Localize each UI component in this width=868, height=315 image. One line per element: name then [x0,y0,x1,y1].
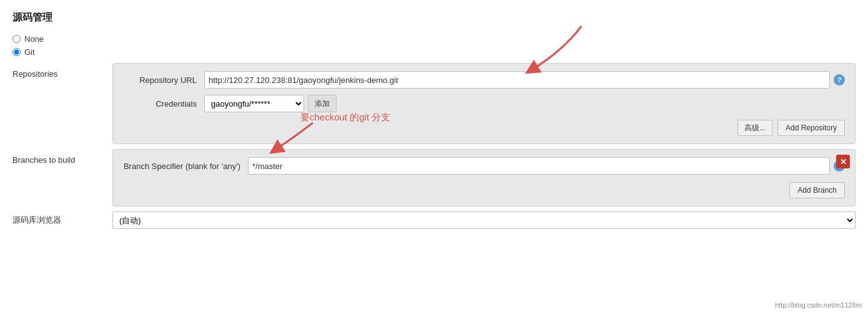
branches-label: Branches to build [12,149,112,165]
scm-radio-group: None Git [12,34,856,57]
credentials-row: Credentials gaoyongfu/****** 添加 [123,95,845,112]
repo-url-help-icon[interactable]: ? [834,74,845,85]
repo-url-input-wrap: ? [204,71,845,89]
radio-row-none[interactable]: None [12,34,856,44]
repo-url-input[interactable] [204,71,830,89]
branch-specifier-row: Branch Specifier (blank for 'any') ? [123,157,845,175]
radio-none[interactable] [12,35,21,43]
branch-specifier-input[interactable] [248,157,830,175]
remove-branch-button[interactable]: ✕ [836,155,850,168]
source-browser-section: 源码库浏览器 (自动) [12,211,856,229]
source-browser-select[interactable]: (自动) [112,211,856,229]
radio-git[interactable] [12,48,21,56]
credentials-input-wrap: gaoyongfu/****** 添加 [204,95,845,112]
source-browser-label: 源码库浏览器 [12,215,112,226]
branch-specifier-input-wrap: ? [248,157,845,175]
repo-url-row: Repository URL ? [123,71,845,89]
branch-buttons-row: Add Branch [123,182,845,198]
credentials-select[interactable]: gaoyongfu/****** [204,95,304,112]
page-title: 源码管理 [12,11,856,24]
radio-row-git[interactable]: Git [12,47,856,57]
branch-specifier-label: Branch Specifier (blank for 'any') [123,162,248,171]
repositories-content: Repository URL ? Credentials gaoyongfu/*… [112,63,856,144]
repositories-section: Repositories Repository URL ? Credential… [12,63,856,144]
repositories-label: Repositories [12,63,112,79]
advanced-button[interactable]: 高级... [737,120,772,136]
repo-url-label: Repository URL [123,75,204,85]
credentials-label: Credentials [123,99,204,109]
branch-content: ✕ Branch Specifier (blank for 'any') ? A… [112,149,856,206]
add-credential-button[interactable]: 添加 [308,95,337,112]
radio-git-label[interactable]: Git [24,47,35,57]
add-repository-button[interactable]: Add Repository [777,120,845,136]
add-branch-button[interactable]: Add Branch [789,182,845,198]
radio-none-label[interactable]: None [24,34,44,44]
repo-buttons-row: 高级... Add Repository [123,120,845,136]
branches-section: Branches to build ✕ Branch Specifier (bl… [12,149,856,206]
